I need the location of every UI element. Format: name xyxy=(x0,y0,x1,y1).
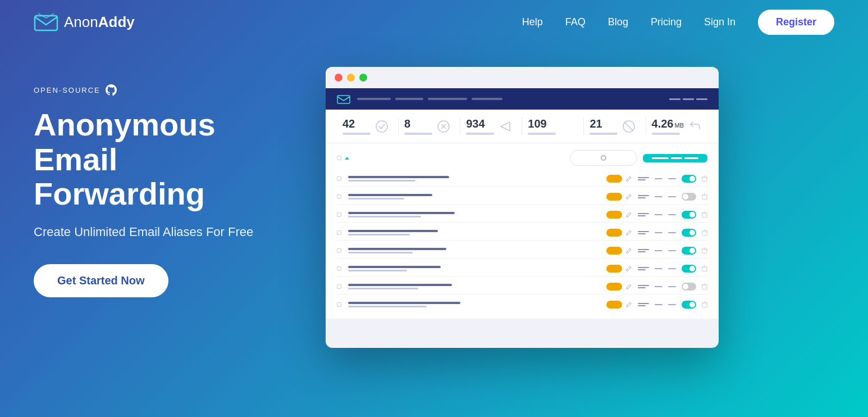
trash-icon[interactable] xyxy=(702,301,707,308)
row-badge xyxy=(606,301,622,309)
stat-active: 8 xyxy=(399,117,460,135)
logo-text: AnonAddy xyxy=(64,13,135,31)
nav-faq[interactable]: FAQ xyxy=(565,16,586,28)
stat-aliases: 42 xyxy=(337,117,399,135)
table-row xyxy=(337,279,707,294)
nav-links: Help FAQ Blog Pricing Sign In Register xyxy=(522,10,834,35)
toggle-off[interactable] xyxy=(682,193,696,201)
hero-left: OPEN-SOURCE Anonymous Email Forwarding C… xyxy=(34,67,292,297)
dot-green xyxy=(359,74,367,81)
toggle-on[interactable] xyxy=(682,229,696,237)
trash-icon[interactable] xyxy=(702,211,707,218)
search-box[interactable] xyxy=(570,150,637,166)
stat-active-num: 8 xyxy=(404,117,432,130)
nav-blog[interactable]: Blog xyxy=(608,16,628,28)
stat-check-icon xyxy=(375,120,389,133)
navbar: AnonAddy Help FAQ Blog Pricing Sign In R… xyxy=(0,0,868,44)
stat-forwarded-num: 934 xyxy=(466,117,494,130)
stat-bandwidth: 4.26 MB xyxy=(646,117,707,135)
toolbar-right xyxy=(570,150,707,166)
svg-rect-1 xyxy=(337,96,350,103)
stat-forwarded: 934 xyxy=(460,117,522,135)
stat-x-icon xyxy=(437,120,450,133)
svg-line-6 xyxy=(501,122,510,126)
search-icon xyxy=(601,155,606,161)
table-area xyxy=(326,143,719,319)
trash-icon[interactable] xyxy=(702,193,707,200)
toolbar-checkbox xyxy=(337,156,341,160)
nav-bar-menu xyxy=(669,98,707,100)
github-icon xyxy=(105,84,117,96)
row-badge xyxy=(606,283,622,291)
toggle-on[interactable] xyxy=(682,247,696,255)
toggle-on[interactable] xyxy=(682,301,696,309)
trash-icon[interactable] xyxy=(702,229,707,236)
svg-rect-23 xyxy=(702,249,707,253)
trash-icon[interactable] xyxy=(702,283,707,290)
row-badge xyxy=(606,175,622,183)
edit-icon xyxy=(625,247,632,254)
mockup-titlebar xyxy=(326,67,719,88)
svg-rect-17 xyxy=(702,213,707,217)
svg-rect-14 xyxy=(702,195,707,200)
svg-line-10 xyxy=(624,122,633,131)
stat-blocked-num: 109 xyxy=(528,117,556,130)
svg-rect-26 xyxy=(702,267,707,271)
toggle-on[interactable] xyxy=(682,265,696,273)
edit-icon xyxy=(625,211,632,218)
dot-yellow xyxy=(347,74,355,81)
dot-red xyxy=(335,74,342,81)
mockup-nav xyxy=(326,88,719,110)
row-badge xyxy=(606,193,622,201)
stats-row: 42 8 xyxy=(326,110,719,143)
logo[interactable]: AnonAddy xyxy=(34,12,135,33)
add-button[interactable] xyxy=(643,154,707,162)
hero-right: 42 8 xyxy=(326,67,834,348)
row-badge xyxy=(606,265,622,273)
hero-subtitle: Create Unlimited Email Aliases For Free xyxy=(34,225,292,239)
nav-help[interactable]: Help xyxy=(522,16,543,28)
mockup-nav-icon xyxy=(337,94,350,104)
table-row xyxy=(337,225,707,241)
edit-icon xyxy=(625,175,632,182)
cta-button[interactable]: Get Started Now xyxy=(34,264,168,297)
toolbar-left xyxy=(337,156,350,160)
logo-icon xyxy=(34,12,58,33)
nav-signin[interactable]: Sign In xyxy=(704,16,735,28)
row-badge xyxy=(606,247,622,255)
table-row xyxy=(337,171,707,187)
edit-icon xyxy=(625,265,632,272)
edit-icon xyxy=(625,193,632,200)
table-toolbar xyxy=(337,150,707,166)
row-badge xyxy=(606,211,622,219)
trash-icon[interactable] xyxy=(702,247,707,254)
nav-pricing[interactable]: Pricing xyxy=(651,16,682,28)
stat-replies: 21 xyxy=(584,117,646,135)
edit-icon xyxy=(625,229,632,236)
toolbar-sort xyxy=(345,156,350,160)
trash-icon[interactable] xyxy=(702,175,707,182)
open-source-label: OPEN-SOURCE xyxy=(34,84,292,96)
table-row xyxy=(337,297,707,312)
svg-rect-11 xyxy=(702,177,707,182)
toggle-on[interactable] xyxy=(682,211,696,219)
table-rows xyxy=(337,171,707,312)
svg-rect-32 xyxy=(702,303,707,307)
svg-line-7 xyxy=(501,126,510,131)
svg-rect-29 xyxy=(702,285,707,289)
toggle-off[interactable] xyxy=(682,283,696,291)
edit-icon xyxy=(625,301,632,308)
svg-rect-20 xyxy=(702,231,707,235)
trash-icon[interactable] xyxy=(702,265,707,272)
table-row xyxy=(337,189,707,205)
table-row xyxy=(337,207,707,223)
toggle-on[interactable] xyxy=(682,175,696,183)
stat-bandwidth-num: 4.26 xyxy=(652,117,674,130)
hero-section: OPEN-SOURCE Anonymous Email Forwarding C… xyxy=(0,44,868,348)
stat-replies-num: 21 xyxy=(590,117,618,130)
row-badge xyxy=(606,229,622,237)
register-button[interactable]: Register xyxy=(758,10,834,35)
table-row xyxy=(337,261,707,277)
stat-blocked: 109 xyxy=(522,117,584,135)
hero-title: Anonymous Email Forwarding xyxy=(34,107,292,211)
